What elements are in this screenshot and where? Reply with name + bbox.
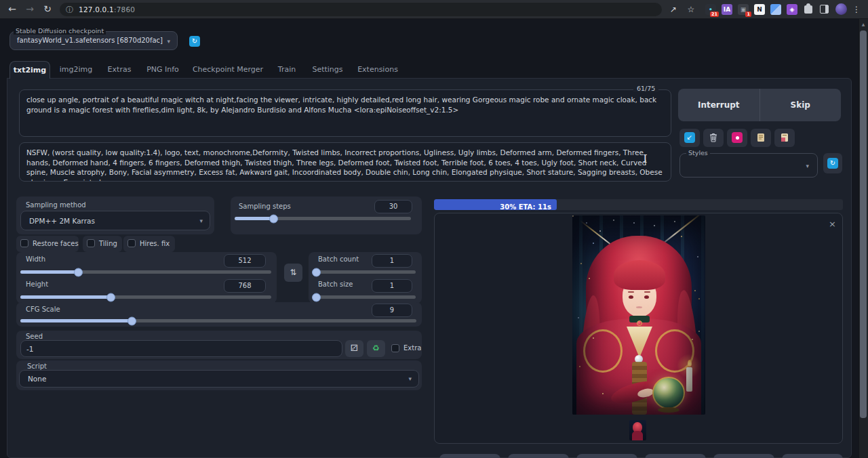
paste-arrow-icon: ↙ [684, 132, 695, 143]
tab-img2img[interactable]: img2img [58, 61, 94, 79]
sampling-steps-input[interactable]: 30 [374, 200, 412, 213]
scrollbar-thumb[interactable] [860, 30, 867, 418]
side-panel-icon[interactable] [820, 5, 829, 14]
tab-txt2img[interactable]: txt2img [9, 61, 50, 79]
swap-dimensions-button[interactable]: ⇅ [284, 264, 302, 282]
prompt-textarea[interactable]: close up angle, portrait of a beautiful … [19, 89, 671, 137]
extension-icon-colorful[interactable]: •21 [705, 4, 716, 15]
gallery-action-button[interactable] [439, 454, 500, 458]
tab-png-info[interactable]: PNG Info [144, 61, 182, 79]
gallery-action-button[interactable] [645, 454, 706, 458]
batch-count-slider[interactable] [313, 270, 416, 274]
slider-handle[interactable] [106, 293, 115, 301]
extra-networks-card-icon [732, 132, 743, 143]
height-slider[interactable] [20, 295, 271, 299]
batch-count-input[interactable]: 1 [372, 254, 412, 268]
profile-avatar[interactable] [835, 3, 847, 15]
extension-icon-dark[interactable]: ▣1 [738, 4, 749, 15]
sampling-method-value: DPM++ 2M Karras [29, 217, 95, 225]
restore-faces-checkbox[interactable] [20, 239, 28, 247]
sampling-steps-slider[interactable] [235, 217, 411, 220]
hires-fix-option[interactable]: Hires. fix [123, 236, 175, 252]
random-seed-button[interactable]: ⚂ [345, 340, 363, 357]
chevron-down-icon: ▾ [408, 375, 412, 382]
gallery-action-button[interactable] [782, 454, 843, 458]
checkpoint-refresh-button[interactable]: ↻ [189, 36, 200, 47]
tab-extensions[interactable]: Extensions [355, 61, 400, 79]
slider-handle[interactable] [127, 316, 136, 325]
slider-handle[interactable] [312, 268, 321, 276]
extension-badge: 1 [745, 12, 751, 17]
scrollbar-up-arrow[interactable]: ▲ [859, 20, 868, 29]
tab-extras[interactable]: Extras [102, 61, 137, 79]
height-input[interactable]: 768 [224, 279, 266, 293]
extension-icon-notion[interactable]: N [754, 4, 765, 15]
styles-dropdown[interactable]: ▾ [679, 153, 818, 178]
close-preview-icon[interactable]: × [829, 219, 836, 229]
browser-back-icon[interactable]: ← [5, 2, 19, 16]
bookmark-star-icon[interactable]: ☆ [685, 3, 697, 16]
tab-settings[interactable]: Settings [309, 61, 346, 79]
cfg-scale-input[interactable]: 9 [372, 304, 412, 317]
width-input[interactable]: 512 [224, 254, 266, 268]
height-label: Height [26, 280, 48, 288]
vignette [572, 215, 705, 415]
hires-fix-label: Hires. fix [140, 240, 170, 247]
progress-label: 30% ETA: 11s [500, 203, 557, 210]
slider-handle[interactable] [269, 214, 278, 223]
gallery-action-button[interactable] [713, 454, 774, 458]
batch-size-slider[interactable] [313, 295, 416, 299]
extension-icon-blue[interactable] [770, 4, 781, 15]
site-info-icon[interactable]: ⓘ [66, 5, 73, 15]
generate-button-group: Interrupt Skip [678, 89, 841, 121]
tab-checkpoint-merger[interactable]: Checkpoint Merger [191, 61, 264, 79]
progress-bar: 30% ETA: 11s [434, 199, 843, 210]
script-dropdown[interactable]: None ▾ [19, 370, 419, 388]
styles-refresh-button[interactable]: ↻ [823, 153, 842, 173]
generated-image-preview[interactable] [572, 215, 705, 415]
gallery-action-button[interactable] [576, 454, 637, 458]
gallery-thumbnail[interactable] [629, 420, 646, 440]
clear-prompt-button[interactable] [703, 129, 724, 147]
checkpoint-value: fantasyWorld_v1.safetensors [6870d20fac] [17, 37, 163, 44]
tiling-checkbox[interactable] [87, 239, 95, 247]
extension-icon-ia[interactable]: IA [722, 4, 732, 15]
checkpoint-label: Stable Diffusion checkpoint [14, 27, 106, 35]
sampling-steps-label: Sampling steps [239, 203, 291, 210]
extensions-puzzle-icon[interactable] [804, 5, 812, 14]
refresh-icon: ↻ [827, 158, 838, 169]
extra-networks-button[interactable] [727, 129, 747, 147]
paste-params-button[interactable]: ↙ [679, 129, 700, 147]
seed-input[interactable]: -1 [20, 340, 342, 357]
tiling-label: Tiling [99, 240, 117, 247]
extension-icon-purple[interactable]: ◈ [787, 4, 797, 15]
tab-train[interactable]: Train [271, 61, 302, 79]
tiling-option[interactable]: Tiling [83, 236, 122, 252]
recycle-icon: ♻ [372, 344, 380, 353]
extension-badge: 21 [710, 12, 719, 17]
gallery-action-button[interactable] [508, 454, 569, 458]
interrupt-button[interactable]: Interrupt [678, 89, 760, 121]
slider-handle[interactable] [74, 268, 83, 276]
restore-faces-option[interactable]: Restore faces [16, 236, 79, 252]
batch-size-input[interactable]: 1 [372, 279, 412, 293]
script-group: Script None ▾ [16, 360, 422, 390]
browser-menu-icon[interactable]: ⋮ [850, 3, 863, 16]
sampling-steps-group: Sampling steps 30 [231, 196, 422, 234]
sampling-method-dropdown[interactable]: DPM++ 2M Karras ▾ [20, 211, 210, 230]
styles-label: Styles [686, 149, 710, 157]
share-icon[interactable]: ↗ [667, 3, 679, 16]
reuse-seed-button[interactable]: ♻ [367, 340, 385, 357]
skip-button[interactable]: Skip [760, 89, 842, 121]
seed-extra-checkbox[interactable] [391, 344, 399, 352]
cfg-scale-slider[interactable] [20, 319, 416, 322]
apply-style-button[interactable] [774, 129, 795, 147]
negative-prompt-textarea[interactable]: NSFW, (worst quality, low quality:1.4), … [19, 142, 671, 182]
width-slider[interactable] [20, 270, 271, 274]
browser-reload-icon[interactable]: ↻ [41, 2, 54, 16]
slider-handle[interactable] [312, 293, 321, 301]
hires-fix-checkbox[interactable] [127, 239, 136, 247]
browser-forward-icon[interactable]: → [23, 2, 37, 16]
save-style-button[interactable] [751, 129, 771, 147]
address-bar[interactable]: ⓘ 127.0.0.1:7860 [60, 3, 662, 16]
